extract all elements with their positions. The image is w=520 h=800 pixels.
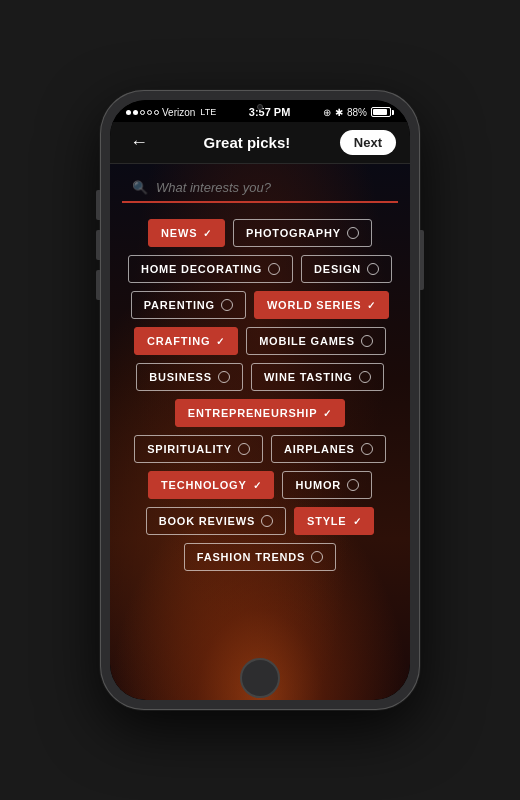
tag-label: STYLE: [307, 515, 346, 527]
tag-add-icon: [238, 443, 250, 455]
back-button[interactable]: ←: [124, 130, 154, 155]
tags-row-1: HOME DECORATINGDESIGN: [128, 255, 392, 283]
battery-icon: [371, 107, 394, 117]
tag-wine-tasting[interactable]: WINE TASTING: [251, 363, 384, 391]
tag-label: PHOTOGRAPHY: [246, 227, 341, 239]
tag-label: AIRPLANES: [284, 443, 355, 455]
tag-check-icon: ✓: [367, 300, 376, 311]
tag-add-icon: [347, 479, 359, 491]
tag-parenting[interactable]: PARENTING: [131, 291, 246, 319]
tag-label: TECHNOLOGY: [161, 479, 247, 491]
content-area: 🔍 NEWS✓PHOTOGRAPHYHOME DECORATINGDESIGNP…: [110, 164, 410, 700]
tag-technology[interactable]: TECHNOLOGY✓: [148, 471, 274, 499]
tag-design[interactable]: DESIGN: [301, 255, 392, 283]
tags-row-5: ENTREPRENEURSHIP✓: [175, 399, 345, 427]
tag-label: WINE TASTING: [264, 371, 353, 383]
tag-check-icon: ✓: [353, 516, 362, 527]
status-right: ⊕ ✱ 88%: [323, 107, 394, 118]
nav-bar: ← Great picks! Next: [110, 122, 410, 164]
battery-percent: 88%: [347, 107, 367, 118]
search-bar[interactable]: 🔍: [122, 174, 398, 203]
tag-business[interactable]: BUSINESS: [136, 363, 243, 391]
tag-check-icon: ✓: [203, 228, 212, 239]
signal-dot-3: [140, 110, 145, 115]
tags-row-3: CRAFTING✓MOBILE GAMES: [134, 327, 386, 355]
tag-check-icon: ✓: [253, 480, 262, 491]
tag-label: BOOK REVIEWS: [159, 515, 255, 527]
tags-row-7: TECHNOLOGY✓HUMOR: [148, 471, 372, 499]
globe-icon: ⊕: [323, 107, 331, 118]
tag-airplanes[interactable]: AIRPLANES: [271, 435, 386, 463]
tag-crafting[interactable]: CRAFTING✓: [134, 327, 238, 355]
next-button[interactable]: Next: [340, 130, 396, 155]
status-left: Verizon LTE: [126, 107, 216, 118]
time-display: 3:57 PM: [249, 106, 291, 118]
tag-label: DESIGN: [314, 263, 361, 275]
tag-add-icon: [311, 551, 323, 563]
signal-dot-1: [126, 110, 131, 115]
tag-add-icon: [261, 515, 273, 527]
tag-add-icon: [347, 227, 359, 239]
tags-row-6: SPIRITUALITYAIRPLANES: [134, 435, 386, 463]
tag-label: SPIRITUALITY: [147, 443, 232, 455]
tag-add-icon: [361, 443, 373, 455]
content-inner: 🔍 NEWS✓PHOTOGRAPHYHOME DECORATINGDESIGNP…: [110, 164, 410, 591]
tag-check-icon: ✓: [323, 408, 332, 419]
tags-container: NEWS✓PHOTOGRAPHYHOME DECORATINGDESIGNPAR…: [122, 219, 398, 571]
tag-label: PARENTING: [144, 299, 215, 311]
tag-label: ENTREPRENEURSHIP: [188, 407, 318, 419]
tag-entrepreneurship[interactable]: ENTREPRENEURSHIP✓: [175, 399, 345, 427]
tag-mobile-games[interactable]: MOBILE GAMES: [246, 327, 386, 355]
tags-row-0: NEWS✓PHOTOGRAPHY: [148, 219, 372, 247]
tag-add-icon: [361, 335, 373, 347]
network-label: LTE: [200, 107, 216, 117]
bluetooth-icon: ✱: [335, 107, 343, 118]
tag-label: FASHION TRENDS: [197, 551, 305, 563]
signal-dot-5: [154, 110, 159, 115]
tag-label: HUMOR: [295, 479, 341, 491]
tag-label: NEWS: [161, 227, 197, 239]
nav-title: Great picks!: [204, 134, 291, 151]
search-input[interactable]: [156, 180, 388, 195]
tag-label: WORLD SERIES: [267, 299, 362, 311]
tag-add-icon: [268, 263, 280, 275]
tags-row-9: FASHION TRENDS: [184, 543, 336, 571]
tag-style[interactable]: STYLE✓: [294, 507, 374, 535]
tag-humor[interactable]: HUMOR: [282, 471, 372, 499]
tag-label: CRAFTING: [147, 335, 210, 347]
tags-row-8: BOOK REVIEWSSTYLE✓: [146, 507, 375, 535]
phone-device: Verizon LTE 3:57 PM ⊕ ✱ 88%: [100, 90, 420, 710]
tag-add-icon: [221, 299, 233, 311]
tag-label: MOBILE GAMES: [259, 335, 355, 347]
tag-add-icon: [359, 371, 371, 383]
search-icon: 🔍: [132, 180, 148, 195]
signal-dot-2: [133, 110, 138, 115]
tag-news[interactable]: NEWS✓: [148, 219, 225, 247]
tag-label: BUSINESS: [149, 371, 212, 383]
phone-screen: Verizon LTE 3:57 PM ⊕ ✱ 88%: [110, 100, 410, 700]
tag-spirituality[interactable]: SPIRITUALITY: [134, 435, 263, 463]
signal-dot-4: [147, 110, 152, 115]
tag-add-icon: [367, 263, 379, 275]
tag-add-icon: [218, 371, 230, 383]
home-button[interactable]: [240, 658, 280, 698]
tag-label: HOME DECORATING: [141, 263, 262, 275]
tag-fashion-trends[interactable]: FASHION TRENDS: [184, 543, 336, 571]
tag-home-decorating[interactable]: HOME DECORATING: [128, 255, 293, 283]
tag-photography[interactable]: PHOTOGRAPHY: [233, 219, 372, 247]
tag-world-series[interactable]: WORLD SERIES✓: [254, 291, 389, 319]
carrier-label: Verizon: [162, 107, 195, 118]
signal-strength: [126, 110, 159, 115]
tag-book-reviews[interactable]: BOOK REVIEWS: [146, 507, 286, 535]
tags-row-2: PARENTINGWORLD SERIES✓: [131, 291, 390, 319]
camera: [257, 104, 263, 110]
tags-row-4: BUSINESSWINE TASTING: [136, 363, 383, 391]
tag-check-icon: ✓: [216, 336, 225, 347]
